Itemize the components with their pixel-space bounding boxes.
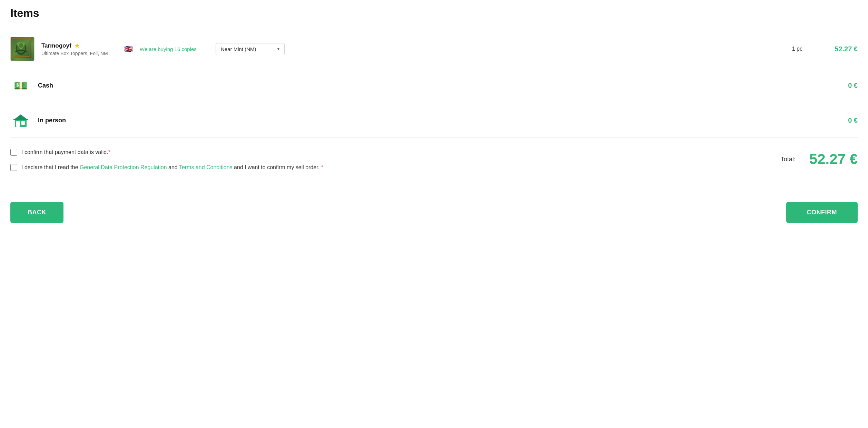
svg-rect-7: [21, 121, 25, 125]
confirmation-section: I confirm that payment data is valid.* I…: [10, 138, 858, 185]
back-button[interactable]: BACK: [10, 202, 63, 223]
flag-icon: 🇬🇧: [124, 45, 133, 53]
total-label: Total:: [781, 156, 796, 163]
item-price: 52.27 €: [823, 45, 858, 53]
item-subtitle: Ultimate Box Toppers, Foil, NM: [41, 51, 117, 56]
cash-label: Cash: [38, 82, 816, 89]
gdpr-checkbox[interactable]: [10, 164, 17, 171]
inperson-row: In person 0 €: [10, 103, 858, 138]
page-title: Items: [10, 7, 858, 20]
condition-dropdown[interactable]: Near Mint (NM) ▾: [216, 43, 285, 55]
button-bar: BACK CONFIRM: [10, 198, 858, 223]
item-details: Tarmogoyf ★ Ultimate Box Toppers, Foil, …: [41, 42, 117, 56]
cash-row: 💵 Cash 0 €: [10, 68, 858, 103]
gdpr-link[interactable]: General Data Protection Regulation: [80, 164, 167, 170]
item-name: Tarmogoyf ★: [41, 42, 117, 50]
chevron-down-icon: ▾: [277, 47, 279, 51]
total-amount: 52.27 €: [809, 151, 858, 167]
svg-rect-10: [13, 119, 28, 120]
item-quantity: 1 pc: [292, 46, 816, 52]
payment-confirm-text: I confirm that payment data is valid.*: [21, 148, 110, 156]
store-icon: [10, 112, 31, 129]
svg-rect-6: [16, 121, 20, 127]
confirm-button[interactable]: CONFIRM: [786, 202, 858, 223]
gdpr-confirm-text: I declare that I read the General Data P…: [21, 163, 323, 172]
items-section: Tarmogoyf ★ Ultimate Box Toppers, Foil, …: [10, 30, 858, 185]
favorite-star-icon: ★: [74, 42, 80, 50]
inperson-label: In person: [38, 117, 816, 124]
cash-icon: 💵: [10, 77, 31, 94]
payment-data-checkbox[interactable]: [10, 149, 17, 156]
svg-point-3: [19, 43, 23, 48]
card-image: [10, 37, 34, 61]
buying-copies-label: We are buying 16 copies: [140, 46, 209, 52]
terms-link[interactable]: Terms and Conditions: [179, 164, 233, 170]
inperson-amount: 0 €: [823, 116, 858, 124]
item-row: Tarmogoyf ★ Ultimate Box Toppers, Foil, …: [10, 30, 858, 68]
cash-amount: 0 €: [823, 82, 858, 90]
